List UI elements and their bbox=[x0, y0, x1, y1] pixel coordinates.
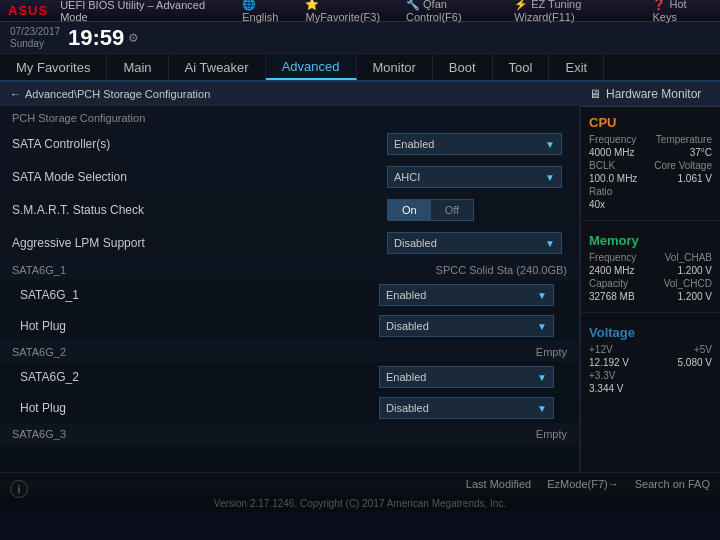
breadcrumb[interactable]: ← Advanced\PCH Storage Configuration bbox=[0, 82, 579, 106]
aggressive-lpm-row: Aggressive LPM Support Disabled ▼ bbox=[0, 227, 579, 260]
nav-bar: My Favorites Main Ai Tweaker Advanced Mo… bbox=[0, 54, 720, 82]
top-bar-right: 🌐 English ⭐ MyFavorite(F3) 🔧 Qfan Contro… bbox=[242, 0, 712, 23]
sata6g2-header: SATA6G_2 Empty bbox=[0, 342, 579, 362]
sata6g1-item-row: SATA6G_1 Enabled ▼ bbox=[0, 280, 579, 311]
date-display: 07/23/2017 Sunday bbox=[10, 26, 60, 50]
back-arrow-icon[interactable]: ← bbox=[10, 88, 21, 100]
time-display: 19:59 bbox=[68, 25, 124, 51]
cpu-ratio-label: Ratio bbox=[589, 186, 612, 197]
mem-volchcd-value: 1.200 V bbox=[678, 291, 712, 302]
volt-33v-value: 3.344 V bbox=[589, 383, 623, 394]
cpu-freq-val-row: 4000 MHz 37°C bbox=[589, 147, 712, 158]
mem-capacity-label: Capacity bbox=[589, 278, 628, 289]
hw-monitor-label: Hardware Monitor bbox=[606, 87, 701, 101]
sata6g2-item-row: SATA6G_2 Enabled ▼ bbox=[0, 362, 579, 393]
cpu-bclk-val-row: 100.0 MHz 1.061 V bbox=[589, 173, 712, 184]
aggressive-lpm-control: Disabled ▼ bbox=[387, 232, 567, 254]
volt-33v-label: +3.3V bbox=[589, 370, 615, 381]
sata-mode-dropdown[interactable]: AHCI ▼ bbox=[387, 166, 562, 188]
sata6g2-group-label: SATA6G_2 bbox=[12, 346, 536, 358]
language-selector[interactable]: 🌐 English bbox=[242, 0, 293, 23]
cpu-bclk-label: BCLK bbox=[589, 160, 615, 171]
sata6g3-header: SATA6G_3 Empty bbox=[0, 424, 579, 444]
dropdown-arrow-icon: ▼ bbox=[537, 372, 547, 383]
dropdown-arrow-icon: ▼ bbox=[537, 290, 547, 301]
smart-status-row: S.M.A.R.T. Status Check On Off bbox=[0, 194, 579, 227]
nav-my-favorites[interactable]: My Favorites bbox=[0, 54, 107, 80]
asus-logo: ASUS bbox=[8, 3, 48, 18]
sata6g3-group-info: Empty bbox=[536, 428, 567, 440]
nav-exit[interactable]: Exit bbox=[549, 54, 604, 80]
sata-controller-row: SATA Controller(s) Enabled ▼ bbox=[0, 128, 579, 161]
aggressive-lpm-value: Disabled bbox=[394, 237, 437, 249]
sata6g2-hotplug-row: Hot Plug Disabled ▼ bbox=[0, 393, 579, 424]
time-settings-icon[interactable]: ⚙ bbox=[128, 31, 139, 45]
mem-freq-value: 2400 MHz bbox=[589, 265, 635, 276]
aggressive-lpm-dropdown[interactable]: Disabled ▼ bbox=[387, 232, 562, 254]
cpu-corevolt-label: Core Voltage bbox=[654, 160, 712, 171]
volt-12v-value: 12.192 V bbox=[589, 357, 629, 368]
smart-toggle[interactable]: On Off bbox=[387, 199, 474, 221]
memory-section: Memory Frequency Vol_CHAB 2400 MHz 1.200… bbox=[581, 225, 720, 308]
cpu-freq-value: 4000 MHz bbox=[589, 147, 635, 158]
dropdown-arrow-icon: ▼ bbox=[545, 139, 555, 150]
cpu-temp-label: Temperature bbox=[656, 134, 712, 145]
sata6g2-hotplug-control: Disabled ▼ bbox=[379, 397, 559, 419]
sata6g1-hotplug-dropdown[interactable]: Disabled ▼ bbox=[379, 315, 554, 337]
nav-main[interactable]: Main bbox=[107, 54, 168, 80]
mem-freq-row: Frequency Vol_CHAB bbox=[589, 252, 712, 263]
sata6g2-item-dropdown[interactable]: Enabled ▼ bbox=[379, 366, 554, 388]
sata6g1-group-info: SPCC Solid Sta (240.0GB) bbox=[436, 264, 567, 276]
nav-ai-tweaker[interactable]: Ai Tweaker bbox=[169, 54, 266, 80]
aggressive-lpm-label: Aggressive LPM Support bbox=[12, 236, 387, 250]
dropdown-arrow-icon: ▼ bbox=[537, 403, 547, 414]
cpu-ratio-value: 40x bbox=[589, 199, 605, 210]
sata6g1-hotplug-label: Hot Plug bbox=[20, 319, 379, 333]
sata-controller-control: Enabled ▼ bbox=[387, 133, 567, 155]
cpu-ratio-val-row: 40x bbox=[589, 199, 712, 210]
hot-keys-shortcut[interactable]: ❓ Hot Keys bbox=[652, 0, 712, 23]
last-modified-button[interactable]: Last Modified bbox=[466, 478, 531, 490]
qfan-shortcut[interactable]: 🔧 Qfan Control(F6) bbox=[406, 0, 502, 23]
footer-text: Version 2.17.1246. Copyright (C) 2017 Am… bbox=[214, 498, 506, 509]
my-favorites-shortcut[interactable]: ⭐ MyFavorite(F3) bbox=[305, 0, 393, 23]
sata-mode-label: SATA Mode Selection bbox=[12, 170, 387, 184]
time-bar: 07/23/2017 Sunday 19:59 ⚙ bbox=[0, 22, 720, 54]
sata6g2-hotplug-dropdown[interactable]: Disabled ▼ bbox=[379, 397, 554, 419]
nav-monitor[interactable]: Monitor bbox=[357, 54, 433, 80]
mem-volchcd-label: Vol_CHCD bbox=[664, 278, 712, 289]
mem-capacity-val-row: 32768 MB 1.200 V bbox=[589, 291, 712, 302]
ez-tuning-shortcut[interactable]: ⚡ EZ Tuning Wizard(F11) bbox=[514, 0, 640, 23]
search-faq-button[interactable]: Search on FAQ bbox=[635, 478, 710, 490]
sata6g2-item-control: Enabled ▼ bbox=[379, 366, 559, 388]
cpu-bclk-value: 100.0 MHz bbox=[589, 173, 637, 184]
sata6g3-group-label: SATA6G_3 bbox=[12, 428, 536, 440]
mem-volchab-value: 1.200 V bbox=[678, 265, 712, 276]
footer-bar: Version 2.17.1246. Copyright (C) 2017 Am… bbox=[0, 494, 720, 512]
memory-section-title: Memory bbox=[589, 233, 712, 248]
sata6g2-group-info: Empty bbox=[536, 346, 567, 358]
smart-on-button[interactable]: On bbox=[388, 200, 431, 220]
cpu-bclk-row: BCLK Core Voltage bbox=[589, 160, 712, 171]
sata6g1-item-dropdown[interactable]: Enabled ▼ bbox=[379, 284, 554, 306]
voltage-section: Voltage +12V +5V 12.192 V 5.080 V +3.3V … bbox=[581, 317, 720, 400]
sata-controller-label: SATA Controller(s) bbox=[12, 137, 387, 151]
nav-tool[interactable]: Tool bbox=[493, 54, 550, 80]
cpu-corevolt-value: 1.061 V bbox=[678, 173, 712, 184]
nav-boot[interactable]: Boot bbox=[433, 54, 493, 80]
hw-monitor-title: 🖥 Hardware Monitor bbox=[581, 82, 720, 107]
info-icon[interactable]: i bbox=[10, 480, 28, 498]
mem-freq-label: Frequency bbox=[589, 252, 636, 263]
cpu-ratio-row: Ratio bbox=[589, 186, 712, 197]
bottom-bar: Last Modified EzMode(F7)→ Search on FAQ bbox=[0, 472, 720, 494]
smart-off-button[interactable]: Off bbox=[431, 200, 473, 220]
main-area: ← Advanced\PCH Storage Configuration PCH… bbox=[0, 82, 720, 472]
sata-controller-dropdown[interactable]: Enabled ▼ bbox=[387, 133, 562, 155]
dropdown-arrow-icon: ▼ bbox=[545, 238, 555, 249]
sata6g1-hotplug-row: Hot Plug Disabled ▼ bbox=[0, 311, 579, 342]
sata6g1-item-label: SATA6G_1 bbox=[20, 288, 379, 302]
memory-voltage-divider bbox=[581, 312, 720, 313]
ez-mode-button[interactable]: EzMode(F7)→ bbox=[547, 478, 619, 490]
nav-advanced[interactable]: Advanced bbox=[266, 54, 357, 80]
sata6g2-hotplug-label: Hot Plug bbox=[20, 401, 379, 415]
